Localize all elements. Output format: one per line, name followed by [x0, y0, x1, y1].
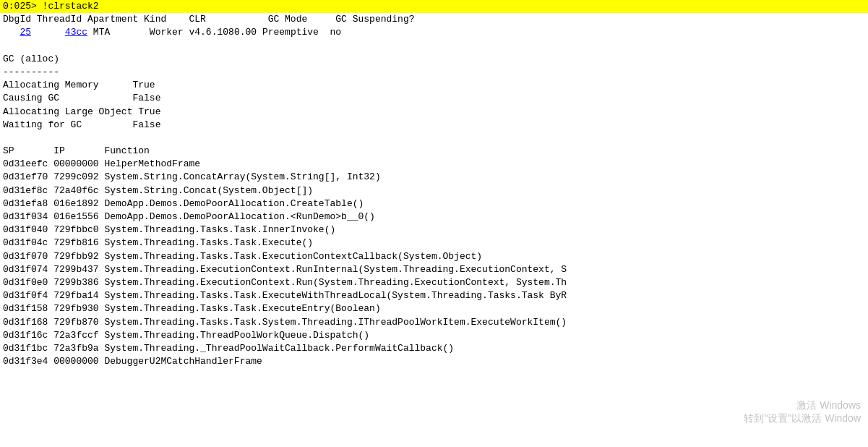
- watermark-line2: 转到"设置"以激活 Window: [744, 412, 861, 425]
- stack-frame-5: 0d31f034 016e1556 DemoApp.Demos.DemoPoor…: [0, 210, 868, 224]
- stack-frame-2: 0d31ef70 7299c092 System.String.ConcatAr…: [0, 171, 868, 184]
- stack-frame-15: 0d31f1bc 72a3fb9a System.Threading._Thre…: [0, 342, 868, 355]
- waiting-gc-line: Waiting for GC False: [0, 119, 868, 132]
- stack-frame-1: 0d31eefc 00000000 HelperMethodFrame: [0, 158, 868, 171]
- blank-1: [0, 40, 868, 53]
- stack-frame-7: 0d31f04c 729fb816 System.Threading.Tasks…: [0, 237, 868, 250]
- stack-frame-12: 0d31f158 729fb930 System.Threading.Tasks…: [0, 302, 868, 315]
- stack-frame-11: 0d31f0f4 729fba14 System.Threading.Tasks…: [0, 289, 868, 302]
- thread-mid: [31, 27, 65, 38]
- stack-frame-10: 0d31f0e0 7299b386 System.Threading.Execu…: [0, 276, 868, 289]
- windows-watermark: 激活 Windows 转到"设置"以激活 Window: [744, 399, 861, 425]
- sp-header-line: SP IP Function: [0, 145, 868, 158]
- cmd-text: 0:025> !clrstack2: [3, 1, 99, 12]
- stack-frame-9: 0d31f074 7299b437 System.Threading.Execu…: [0, 263, 868, 276]
- thread-prefix: [3, 27, 20, 38]
- stack-frame-8: 0d31f070 729fbb92 System.Threading.Tasks…: [0, 250, 868, 263]
- thread-line: 25 43cc MTA Worker v4.6.1080.00 Preempti…: [0, 26, 868, 39]
- causing-gc-line: Causing GC False: [0, 92, 868, 105]
- command-line: 0:025> !clrstack2: [0, 0, 868, 13]
- stack-frame-16: 0d31f3e4 00000000 DebuggerU2MCatchHandle…: [0, 355, 868, 368]
- alloc-large-line: Allocating Large Object True: [0, 106, 868, 119]
- apartment-link[interactable]: 43cc: [65, 27, 87, 38]
- blank-2: [0, 132, 868, 145]
- gc-alloc-label: GC (alloc): [0, 53, 868, 66]
- thread-suffix: MTA Worker v4.6.1080.00 Preemptive no: [87, 27, 341, 38]
- stack-frame-6: 0d31f040 729fbbc0 System.Threading.Tasks…: [0, 224, 868, 237]
- stack-frame-13: 0d31f168 729fb870 System.Threading.Tasks…: [0, 316, 868, 329]
- header-text: DbgId ThreadId Apartment Kind CLR GC Mod…: [3, 14, 415, 25]
- stack-frame-3: 0d31ef8c 72a40f6c System.String.Concat(S…: [0, 184, 868, 197]
- watermark-line1: 激活 Windows: [744, 399, 861, 412]
- header-line: DbgId ThreadId Apartment Kind CLR GC Mod…: [0, 13, 868, 26]
- thread-id-link[interactable]: 25: [20, 27, 31, 38]
- stack-frame-4: 0d31efa8 016e1892 DemoApp.Demos.DemoPoor…: [0, 197, 868, 210]
- terminal-window: 0:025> !clrstack2 DbgId ThreadId Apartme…: [0, 0, 868, 447]
- stack-frame-14: 0d31f16c 72a3fccf System.Threading.Threa…: [0, 329, 868, 342]
- separator-line: ----------: [0, 66, 868, 79]
- alloc-memory-line: Allocating Memory True: [0, 79, 868, 92]
